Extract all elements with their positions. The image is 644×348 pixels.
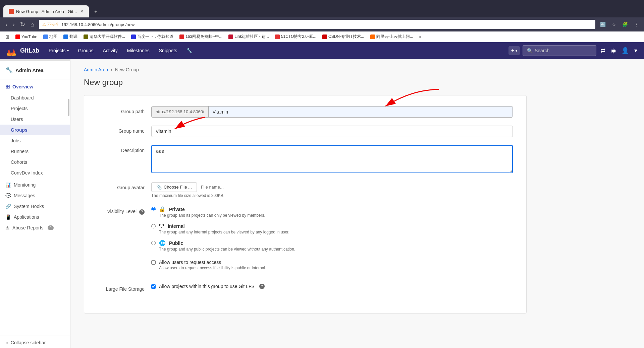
visibility-private-title-row: 🔒 Private [159, 206, 265, 212]
lfs-label: Large File Storage [98, 284, 151, 292]
sidebar-scrollbar[interactable] [68, 99, 69, 116]
refresh-button[interactable]: ↻ [18, 20, 27, 29]
visibility-internal-desc: The group and any internal projects can … [159, 230, 289, 234]
collapse-icon: « [5, 340, 8, 345]
more-options-icon[interactable]: ⋮ [632, 21, 641, 28]
choose-file-button[interactable]: 📎 Choose File ... [151, 182, 197, 192]
bookmark-youtube[interactable]: YouTube [13, 34, 40, 40]
visibility-public-radio[interactable] [151, 241, 156, 245]
group-name-input[interactable] [151, 126, 513, 137]
bookmark-link[interactable]: Link运维社区 - 运... [226, 33, 272, 40]
bookmark-maps[interactable]: 地图 [41, 33, 60, 40]
sidebar-item-projects[interactable]: Projects [0, 103, 70, 114]
nav-user-dropdown-icon[interactable]: ▾ [633, 46, 639, 56]
back-button[interactable]: ‹ [3, 20, 9, 29]
sidebar-item-groups[interactable]: Groups [0, 125, 70, 135]
nav-issues-icon[interactable]: ◉ [609, 46, 618, 56]
nav-activity[interactable]: Activity [99, 46, 122, 55]
sidebar-item-convdev[interactable]: ConvDev Index [0, 167, 70, 178]
description-textarea[interactable]: aaa [151, 145, 513, 173]
nav-wrench[interactable]: 🔧 [182, 46, 196, 55]
visibility-options: 🔒 Private The group and its projects can… [151, 206, 513, 252]
group-name-row: Group name [98, 126, 513, 137]
tab-title: New Group · Admin Area · Git... [16, 9, 77, 14]
bookmark-aliyun[interactable]: 阿里云-上云就上阿... [368, 33, 416, 40]
system-hooks-icon: 🔗 [5, 204, 11, 209]
bookmarks-bar: ⊞ YouTube 地图 翻译 清华大学开源软件... 百度一下，你就知道 16… [0, 31, 644, 42]
visibility-help-icon[interactable]: ? [139, 209, 145, 215]
bookmark-tsinghua-label: 清华大学开源软件... [90, 34, 125, 40]
group-name-control [151, 126, 513, 137]
sidebar-collapse-button[interactable]: « Collapse sidebar [0, 336, 70, 348]
sidebar-item-applications[interactable]: 📱 Applications [0, 212, 70, 222]
abuse-reports-badge: 0 [48, 225, 54, 230]
bookmark-51cto[interactable]: 51CTO博客2.0-原... [272, 33, 319, 40]
maps-favicon [43, 34, 48, 39]
sidebar-item-dashboard[interactable]: Dashboard [0, 92, 70, 103]
sidebar-item-monitoring[interactable]: 📊 Monitoring [0, 178, 70, 190]
bookmark-more[interactable]: » [417, 34, 424, 40]
bookmark-baidu[interactable]: 百度一下，你就知道 [128, 33, 176, 40]
lfs-control: Allow projects within this group to use … [151, 284, 513, 294]
translate-icon[interactable]: 🔤 [598, 21, 608, 28]
nav-projects[interactable]: Projects ▾ [45, 46, 73, 55]
visibility-public-title-row: 🌐 Public [159, 240, 295, 246]
allow-request-checkbox[interactable] [151, 260, 156, 265]
sidebar-item-jobs[interactable]: Jobs [0, 135, 70, 146]
address-input[interactable]: ⚠ 不安全 192.168.10.4:8060/admin/groups/new [39, 20, 595, 29]
lfs-checkbox[interactable] [151, 284, 156, 289]
visibility-private-radio[interactable] [151, 207, 156, 211]
nav-snippets[interactable]: Snippets [155, 46, 181, 55]
new-tab-button[interactable]: + [89, 5, 102, 17]
bookmark-maps-label: 地图 [49, 34, 57, 40]
visibility-label: Visibility Level ? [98, 206, 151, 215]
avatar-row: Group avatar 📎 Choose File ... File name… [98, 182, 513, 198]
gitlab-nav-links: Projects ▾ Groups Activity Milestones Sn… [45, 46, 196, 55]
active-tab[interactable]: New Group · Admin Area · Git... ✕ [3, 5, 89, 17]
sidebar-item-users[interactable]: Users [0, 114, 70, 125]
sidebar-item-overview[interactable]: ⊞ Overview [0, 79, 70, 92]
nav-milestones[interactable]: Milestones [123, 46, 154, 55]
sidebar-item-runners[interactable]: Runners [0, 146, 70, 157]
group-path-prefix: http://192.168.10.4:8060/ [152, 107, 209, 117]
bookmark-star-icon[interactable]: ☆ [610, 21, 618, 28]
home-button[interactable]: ⌂ [29, 20, 36, 29]
nav-groups[interactable]: Groups [74, 46, 98, 55]
sidebar-convdev-label: ConvDev Index [11, 170, 43, 176]
bookmark-youtube-label: YouTube [21, 34, 37, 39]
aliyun-favicon [370, 34, 375, 39]
browser-chrome: New Group · Admin Area · Git... ✕ + [0, 0, 644, 17]
forward-button[interactable]: › [11, 20, 17, 29]
extensions-icon[interactable]: 🧩 [620, 21, 630, 28]
bookmark-163[interactable]: 163网易免费邮--中... [177, 33, 225, 40]
sidebar-item-messages[interactable]: 💬 Messages [0, 190, 70, 201]
translate-favicon [63, 34, 68, 39]
sidebar-item-cohorts[interactable]: Cohorts [0, 157, 70, 167]
bookmark-apps[interactable]: ⊞ [3, 33, 12, 40]
breadcrumb-admin-area-link[interactable]: Admin Area [84, 67, 108, 72]
file-size-note: The maximum file size allowed is 200KB. [151, 193, 513, 198]
nav-projects-arrow: ▾ [67, 49, 69, 53]
globe-icon: 🌐 [159, 240, 166, 246]
monitoring-icon: 📊 [5, 182, 11, 188]
visibility-internal-radio[interactable] [151, 224, 156, 228]
gitlab-logo[interactable]: GitLab [5, 45, 39, 57]
visibility-private-desc: The group and its projects can only be v… [159, 213, 265, 218]
nav-user-avatar[interactable]: 👤 [620, 46, 630, 56]
bookmark-translate[interactable]: 翻译 [61, 33, 80, 40]
sidebar: 🔧 Admin Area ⊞ Overview Dashboard Projec… [0, 59, 70, 348]
nav-merge-requests-icon[interactable]: ⇄ [599, 46, 607, 56]
bookmark-tsinghua[interactable]: 清华大学开源软件... [81, 33, 128, 40]
bookmark-csdn[interactable]: CSDN-专业IT技术... [320, 33, 367, 40]
visibility-control: 🔒 Private The group and its projects can… [151, 206, 513, 252]
nav-add-button[interactable]: + ▾ [508, 46, 520, 55]
nav-search-box[interactable]: 🔍 Search [523, 45, 596, 56]
group-path-value-input[interactable] [209, 107, 513, 117]
tab-close-button[interactable]: ✕ [80, 9, 84, 14]
bookmark-link-label: Link运维社区 - 运... [234, 34, 269, 40]
lfs-help-icon[interactable]: ? [259, 284, 265, 289]
group-path-row: Group path [98, 106, 513, 118]
sidebar-item-abuse-reports[interactable]: ⚠ Abuse Reports 0 [0, 222, 70, 233]
bookmark-51cto-label: 51CTO博客2.0-原... [281, 34, 316, 40]
sidebar-item-system-hooks[interactable]: 🔗 System Hooks [0, 201, 70, 212]
